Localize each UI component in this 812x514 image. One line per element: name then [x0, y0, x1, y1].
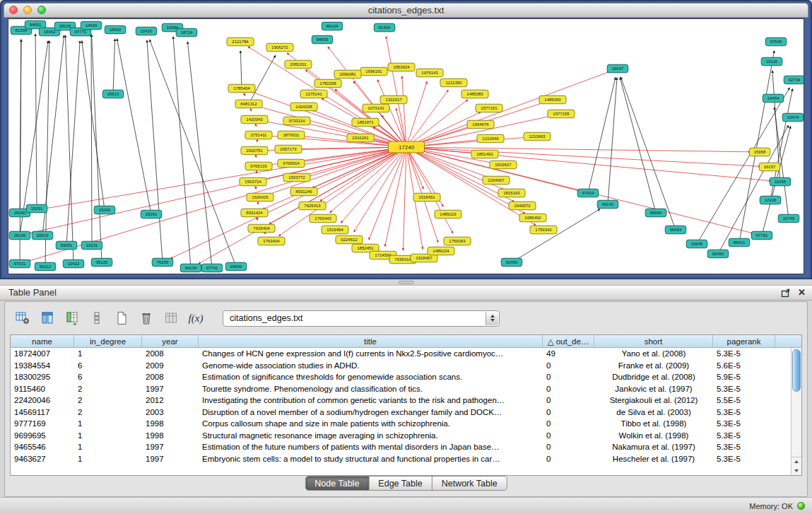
graph-node[interactable]: 1210663: [524, 132, 551, 141]
graph-node[interactable]: 94650: [225, 262, 247, 271]
tab-node-table[interactable]: Node Table: [305, 476, 369, 491]
graph-node[interactable]: 67791: [751, 231, 772, 240]
column-header-short[interactable]: short: [594, 335, 713, 347]
table-row[interactable]: 1938455462009Genome-wide association stu…: [11, 360, 791, 372]
graph-node[interactable]: 1759363: [444, 237, 471, 245]
table-row[interactable]: 1456911722003Disruption of a novel membe…: [11, 407, 791, 419]
graph-node[interactable]: 8931424: [241, 209, 268, 217]
graph-node[interactable]: 1815163: [498, 189, 525, 197]
table-selector-dropdown[interactable]: citations_edges.txt: [223, 310, 500, 327]
graph-node[interactable]: 10945: [686, 240, 707, 248]
graph-node[interactable]: 9224512: [336, 235, 363, 244]
graph-node[interactable]: 1577155: [548, 110, 575, 118]
table-row[interactable]: 1872400712008Changes of HCN gene express…: [11, 348, 791, 360]
show-columns-icon[interactable]: [38, 309, 57, 327]
column-header-year[interactable]: year: [142, 335, 199, 347]
vertical-scrollbar[interactable]: [791, 348, 801, 475]
network-canvas[interactable]: 1724016961911853924197514312113501485083…: [8, 18, 804, 274]
graph-node[interactable]: 1489234: [428, 247, 454, 255]
table-row[interactable]: 2242004622012Investigating the contribut…: [11, 395, 791, 407]
table-row[interactable]: 946362711997Embryonic stem cells: a mode…: [11, 453, 791, 465]
graph-node[interactable]: 1685492: [519, 214, 546, 222]
graph-node[interactable]: 26261: [141, 210, 162, 218]
graph-node[interactable]: 1906272: [266, 43, 293, 52]
close-window-icon[interactable]: [9, 6, 18, 14]
graph-node[interactable]: 1518451: [413, 193, 440, 201]
graph-node[interactable]: 14454: [763, 94, 784, 103]
close-panel-icon[interactable]: ✕: [798, 286, 806, 300]
minimize-window-icon[interactable]: [23, 6, 32, 14]
graph-node[interactable]: 86431: [729, 238, 750, 247]
graph-node[interactable]: 99453: [665, 226, 686, 234]
graph-node[interactable]: 16157: [759, 163, 780, 171]
graph-node[interactable]: 15116: [761, 57, 782, 66]
graph-node[interactable]: 20513: [32, 231, 53, 240]
graph-node[interactable]: 11055: [770, 177, 791, 186]
graph-node[interactable]: 15293: [94, 206, 115, 214]
graph-node[interactable]: 2121786: [227, 37, 254, 46]
graph-node[interactable]: 92450: [707, 250, 729, 258]
graph-node[interactable]: 86104: [322, 22, 343, 30]
scrollbar-thumb[interactable]: [792, 349, 801, 392]
graph-node[interactable]: 1322017: [380, 95, 407, 104]
graph-node[interactable]: 99141: [597, 200, 618, 209]
graph-node[interactable]: 1763443: [310, 214, 336, 223]
graph-node[interactable]: 1853924: [388, 63, 415, 71]
graph-node[interactable]: 94655: [312, 35, 333, 44]
column-header-in_degree[interactable]: in_degree: [74, 335, 142, 347]
graph-node[interactable]: 15958: [749, 148, 770, 156]
graph-node[interactable]: 1851871: [352, 118, 379, 127]
graph-node[interactable]: 16647: [607, 64, 628, 73]
graph-node[interactable]: 97545: [765, 37, 787, 46]
table-row[interactable]: 969969511998Structural magnetic resonanc…: [11, 430, 791, 442]
graph-node[interactable]: 1503772: [283, 173, 310, 182]
graph-node[interactable]: 59051: [56, 241, 77, 250]
graph-node[interactable]: 97741: [201, 264, 223, 272]
graph-node[interactable]: 26513: [102, 90, 124, 98]
table-row[interactable]: 977716911998Corpus callosum shape and si…: [11, 418, 791, 430]
graph-node[interactable]: 92734: [784, 76, 804, 84]
graph-node[interactable]: 1879311: [278, 131, 305, 139]
delete-table-icon[interactable]: [137, 309, 155, 327]
graph-node[interactable]: 67919: [577, 189, 599, 197]
column-header-name[interactable]: name: [11, 335, 74, 347]
graph-node[interactable]: 15291: [26, 204, 47, 213]
graph-node[interactable]: 12106: [760, 196, 781, 204]
graph-node[interactable]: 9733114: [283, 117, 310, 125]
function-builder-icon[interactable]: f(x): [187, 309, 205, 327]
graph-node[interactable]: 81304: [374, 23, 395, 32]
graph-node[interactable]: 2316261: [347, 134, 374, 142]
graph-node[interactable]: 1275141: [300, 90, 327, 98]
graph-node[interactable]: 28106: [9, 231, 30, 240]
graph-node[interactable]: 18724: [176, 28, 197, 37]
graph-node[interactable]: 2096081: [334, 70, 361, 78]
citation-network-graph[interactable]: 1724016961911853924197514312113501485083…: [8, 19, 804, 274]
graph-node[interactable]: 18300: [105, 25, 126, 34]
row-selector-icon[interactable]: [88, 309, 106, 327]
graph-node[interactable]: 1851462: [471, 150, 498, 158]
graph-node[interactable]: 1424208: [290, 103, 317, 111]
graph-node[interactable]: 1785404: [228, 84, 255, 93]
graph-node[interactable]: 1519454: [322, 226, 348, 234]
graph-node[interactable]: 2751411: [245, 131, 272, 139]
new-document-icon[interactable]: [112, 309, 131, 327]
graph-node[interactable]: 10474: [782, 113, 804, 122]
graph-node[interactable]: 1489223: [435, 210, 461, 218]
graph-node[interactable]: 1485083: [461, 90, 488, 98]
graph-node[interactable]: 2082201: [285, 60, 312, 69]
graph-node[interactable]: 97031: [9, 259, 30, 268]
column-header-pagerank[interactable]: pagerank: [713, 335, 775, 347]
float-panel-icon[interactable]: [781, 288, 790, 298]
graph-node[interactable]: 1549572: [509, 201, 536, 210]
window-titlebar[interactable]: citations_edges.txt: [4, 3, 808, 18]
graph-node[interactable]: 1526425: [247, 193, 273, 201]
graph-node[interactable]: 1619627: [490, 160, 517, 169]
tab-edge-table[interactable]: Edge Table: [369, 476, 432, 491]
scroll-down-button[interactable]: [792, 467, 801, 476]
table-row[interactable]: 1830029562008Estimation of significance …: [11, 371, 791, 383]
zoom-window-icon[interactable]: [37, 6, 46, 14]
panel-resize-handle[interactable]: [399, 281, 414, 284]
graph-node[interactable]: 14569: [81, 21, 102, 30]
graph-node[interactable]: 7625404: [248, 224, 275, 233]
graph-node[interactable]: 96994: [645, 209, 666, 217]
